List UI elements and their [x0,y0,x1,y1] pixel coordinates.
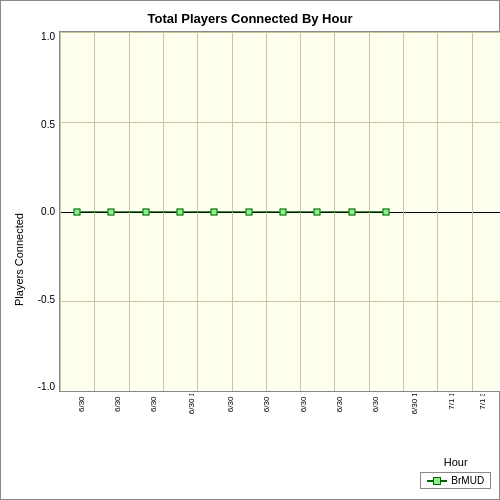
x-axis-label: Hour [27,456,500,468]
h-gridline [60,301,500,302]
y-tick: 1.0 [41,31,55,42]
h-gridline [60,122,500,123]
data-point [280,208,287,215]
legend-icon [427,476,447,486]
data-point [382,208,389,215]
legend-square [433,477,441,485]
chart-title: Total Players Connected By Hour [148,11,353,26]
data-point [108,208,115,215]
y-tick: 0.5 [41,119,55,130]
data-point [348,208,355,215]
data-point [314,208,321,215]
plot-area [59,31,500,392]
data-line-segment [77,211,386,213]
y-tick: 0.0 [41,206,55,217]
data-point [245,208,252,215]
data-point [177,208,184,215]
v-gridline [437,32,438,391]
data-point [74,208,81,215]
data-point [142,208,149,215]
h-gridline [60,32,500,33]
chart-right: 1.00.50.0-0.5-1.0 6/30 5 AM6/30 7 AM6/30… [27,31,500,489]
legend: BrMUD [420,472,491,489]
y-tick: -1.0 [38,381,55,392]
y-ticks: 1.00.50.0-0.5-1.0 [27,31,59,392]
chart-container: Total Players Connected By Hour Players … [0,0,500,500]
v-gridline [403,32,404,391]
v-gridline [60,32,61,391]
x-label: 7/1 3 AM [478,394,500,410]
h-gridline [60,391,500,392]
data-point [211,208,218,215]
v-gridline [472,32,473,391]
x-labels-container: 6/30 5 AM6/30 7 AM6/30 9 AM6/30 11 AM6/3… [27,394,500,454]
chart-area-wrapper: 1.00.50.0-0.5-1.0 [27,31,500,392]
legend-label: BrMUD [451,475,484,486]
y-tick: -0.5 [38,294,55,305]
y-axis-label: Players Connected [11,31,27,489]
chart-body: Players Connected 1.00.50.0-0.5-1.0 6/30… [11,31,489,489]
